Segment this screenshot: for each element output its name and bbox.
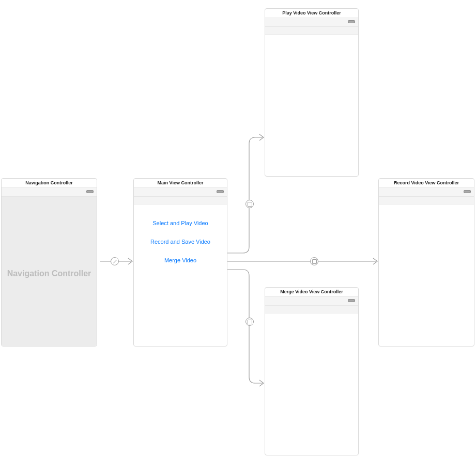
segue-show-icon[interactable] [245,200,254,208]
scene-navigation-controller[interactable]: Navigation Controller Navigation Control… [1,178,97,346]
scene-play-video-view-controller[interactable]: Play Video View Controller [265,8,359,177]
navigation-bar [265,297,358,306]
scene-title: Record Video View Controller [379,179,474,188]
navigation-bar [2,188,97,197]
scene-merge-video-view-controller[interactable]: Merge Video View Controller [265,287,359,455]
merge-video-button[interactable]: Merge Video [134,257,227,263]
scene-title: Play Video View Controller [265,9,358,18]
toolbar [265,27,358,35]
scene-title: Merge Video View Controller [265,288,358,297]
select-play-video-button[interactable]: Select and Play Video [134,220,227,226]
storyboard-canvas[interactable]: Navigation Controller Navigation Control… [0,0,476,457]
scene-main-view-controller[interactable]: Main View Controller Select and Play Vid… [133,178,227,346]
toolbar [265,306,358,313]
navigation-bar [265,18,358,27]
placeholder-body: Navigation Controller [2,197,97,346]
navigation-bar [134,188,227,197]
segue-relationship-icon[interactable] [111,257,119,265]
record-save-video-button[interactable]: Record and Save Video [134,239,227,245]
segue-show-icon[interactable] [245,318,254,326]
placeholder-label: Navigation Controller [2,197,97,278]
segue-show-icon[interactable] [310,257,318,265]
navigation-bar [379,188,474,197]
scene-record-video-view-controller[interactable]: Record Video View Controller [378,178,474,346]
toolbar [134,197,227,204]
scene-title: Navigation Controller [2,179,97,188]
toolbar [379,197,474,204]
scene-title: Main View Controller [134,179,227,188]
